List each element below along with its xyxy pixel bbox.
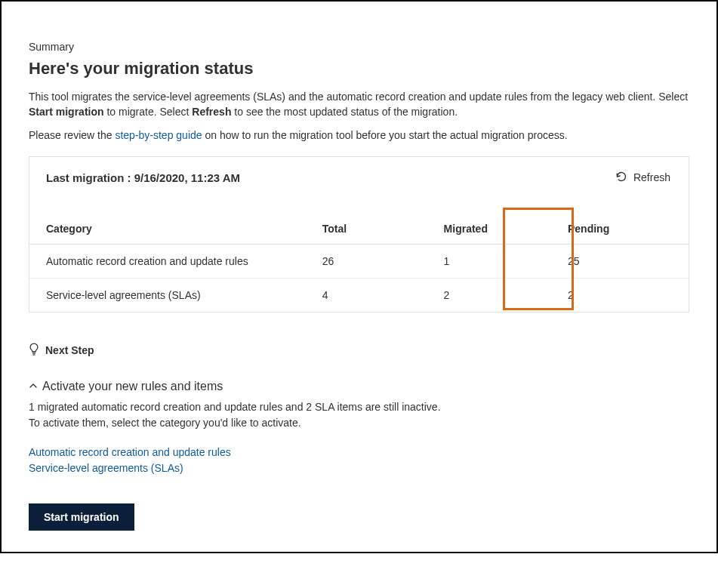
cell-spacer — [655, 244, 689, 278]
page-title: Here's your migration status — [29, 59, 689, 79]
refresh-button-label: Refresh — [633, 171, 670, 183]
activate-section-toggle[interactable]: Activate your new rules and items — [29, 380, 689, 393]
migration-status-page: Summary Here's your migration status Thi… — [0, 0, 718, 553]
chevron-up-icon — [29, 381, 38, 392]
intro-text: Please review the — [29, 129, 115, 141]
activate-links: Automatic record creation and update rul… — [29, 445, 689, 476]
intro-text: This tool migrates the service-level agr… — [29, 91, 688, 103]
lightbulb-icon — [29, 343, 39, 359]
activate-body-line: To activate them, select the category yo… — [29, 415, 689, 431]
cell-pending: 2 — [551, 278, 655, 312]
refresh-button[interactable]: Refresh — [614, 168, 672, 188]
col-header-pending: Pending — [551, 215, 655, 245]
status-card-wrapper: Last migration : 9/16/2020, 11:23 AM Ref… — [29, 156, 689, 312]
activate-section-title: Activate your new rules and items — [42, 380, 223, 393]
activate-section-body: 1 migrated automatic record creation and… — [29, 399, 689, 431]
col-header-migrated: Migrated — [427, 215, 551, 245]
activate-link-arc-rules[interactable]: Automatic record creation and update rul… — [29, 445, 689, 460]
refresh-icon — [615, 171, 627, 185]
activate-link-slas[interactable]: Service-level agreements (SLAs) — [29, 460, 689, 476]
status-card-header: Last migration : 9/16/2020, 11:23 AM Ref… — [29, 157, 689, 194]
cell-total: 26 — [306, 244, 427, 278]
intro-bold-refresh: Refresh — [192, 106, 231, 118]
summary-label: Summary — [29, 41, 689, 53]
cell-migrated: 2 — [427, 278, 551, 312]
start-migration-button[interactable]: Start migration — [29, 503, 134, 531]
last-migration-label: Last migration : 9/16/2020, 11:23 AM — [46, 171, 240, 184]
next-step-label: Next Step — [45, 344, 94, 356]
table-row: Automatic record creation and update rul… — [29, 244, 689, 278]
intro-text: to see the most updated status of the mi… — [231, 106, 458, 118]
cell-category: Service-level agreements (SLAs) — [29, 278, 306, 312]
intro-text: to migrate. Select — [104, 106, 193, 118]
table-row: Service-level agreements (SLAs) 4 2 2 — [29, 278, 689, 312]
intro-paragraph-2: Please review the step-by-step guide on … — [29, 128, 689, 143]
cell-spacer — [655, 278, 689, 312]
col-header-total: Total — [306, 215, 427, 245]
cell-pending: 25 — [551, 244, 655, 278]
cell-migrated: 1 — [427, 244, 551, 278]
table-header-row: Category Total Migrated Pending — [29, 215, 689, 245]
intro-text: on how to run the migration tool before … — [202, 129, 568, 141]
activate-body-line: 1 migrated automatic record creation and… — [29, 399, 689, 415]
cell-total: 4 — [306, 278, 427, 312]
col-header-spacer — [655, 215, 689, 245]
status-card: Last migration : 9/16/2020, 11:23 AM Ref… — [29, 156, 689, 312]
migration-status-table: Category Total Migrated Pending Automati… — [29, 215, 689, 312]
intro-paragraph-1: This tool migrates the service-level agr… — [29, 89, 689, 120]
next-step-heading: Next Step — [29, 343, 689, 359]
intro-bold-start-migration: Start migration — [29, 106, 104, 118]
cell-category: Automatic record creation and update rul… — [29, 244, 306, 278]
col-header-category: Category — [29, 215, 306, 245]
step-by-step-guide-link[interactable]: step-by-step guide — [115, 129, 202, 141]
